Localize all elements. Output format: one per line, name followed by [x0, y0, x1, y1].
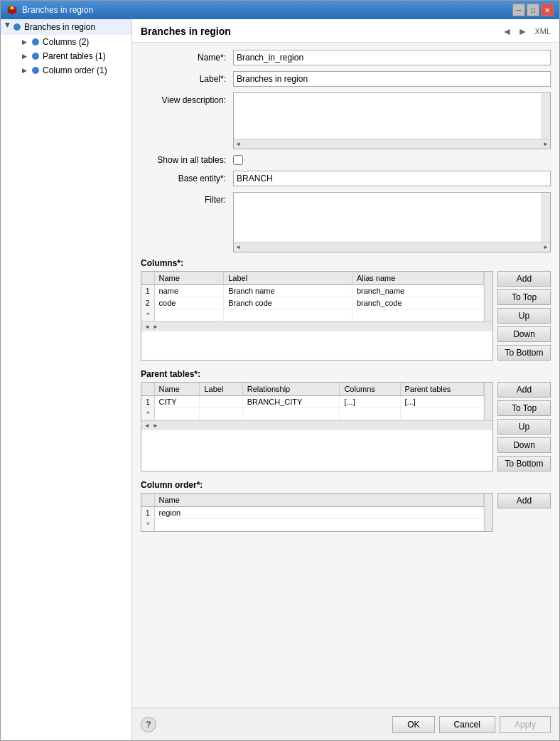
- parent-down-button[interactable]: Down: [497, 437, 551, 453]
- nav-back-button[interactable]: ◄: [500, 25, 513, 38]
- label-label: Label*:: [141, 74, 233, 84]
- cancel-button[interactable]: Cancel: [439, 716, 495, 733]
- pt-row1-rel: BRANCH_CITY: [242, 396, 340, 408]
- tree-parent-tables-arrow[interactable]: ▶: [22, 53, 31, 60]
- col-new-star: *: [141, 309, 154, 321]
- label-input[interactable]: [233, 71, 551, 87]
- name-label: Name*:: [141, 53, 233, 63]
- col-row1-num: 1: [141, 285, 154, 297]
- right-header: Branches in region ◄ ► XML: [132, 19, 559, 43]
- columns-to-bottom-button[interactable]: To Bottom: [497, 345, 551, 361]
- pt-new-parent: [400, 408, 483, 420]
- co-add-button[interactable]: Add: [497, 493, 551, 508]
- minimize-button[interactable]: ─: [512, 4, 525, 16]
- columns-data-table: Name Label Alias name 1: [141, 272, 484, 321]
- xml-button[interactable]: XML: [534, 27, 551, 36]
- column-order-outer: Name 1 region: [141, 494, 492, 531]
- name-input[interactable]: [233, 50, 551, 65]
- parent-hscroll[interactable]: ◄ ►: [141, 420, 492, 430]
- columns-section-label: Columns*:: [141, 258, 183, 268]
- col-row2-name: code: [154, 297, 224, 309]
- co-new-star: *: [141, 519, 154, 531]
- left-panel: ▶ Branches in region ▶ Columns (2) ▶ Par…: [1, 19, 132, 740]
- col-header-name: Name: [154, 272, 224, 285]
- columns-add-button[interactable]: Add: [497, 271, 551, 287]
- parent-vscroll[interactable]: [484, 383, 492, 420]
- filter-label: Filter:: [141, 192, 233, 205]
- co-row1-num: 1: [141, 507, 154, 519]
- column-order-data-table: Name 1 region: [141, 494, 484, 531]
- restore-button[interactable]: □: [527, 4, 539, 16]
- co-new-name: [154, 519, 483, 531]
- base-entity-input[interactable]: [233, 171, 551, 186]
- parent-up-button[interactable]: Up: [497, 419, 551, 435]
- columns-btn-group: Add To Top Up Down To Bottom: [497, 271, 551, 361]
- tree-column-order-label: Column order (1): [43, 65, 107, 75]
- tree-columns-label: Columns (2): [43, 37, 89, 47]
- table-row[interactable]: 1 region: [141, 507, 484, 519]
- pt-header-label: Label: [200, 383, 242, 396]
- pt-new-name: [154, 408, 200, 420]
- col-row1-name: name: [154, 285, 224, 297]
- columns-to-top-button[interactable]: To Top: [497, 289, 551, 305]
- columns-up-button[interactable]: Up: [497, 308, 551, 324]
- apply-button[interactable]: Apply: [500, 716, 551, 733]
- app-icon: [6, 4, 18, 16]
- bottom-spacer: [141, 540, 551, 555]
- right-panel-title: Branches in region: [141, 26, 231, 37]
- columns-table-scroll[interactable]: Name Label Alias name 1: [141, 272, 492, 321]
- title-bar: Branches in region ─ □ ✕: [1, 1, 559, 19]
- col-new-alias: [352, 309, 483, 321]
- parent-add-button[interactable]: Add: [497, 382, 551, 398]
- header-icons: ◄ ► XML: [500, 25, 551, 38]
- show-all-checkbox[interactable]: [233, 155, 243, 165]
- tree-columns-arrow[interactable]: ▶: [22, 38, 31, 46]
- col-row1-alias: branch_name: [352, 285, 483, 297]
- parent-to-bottom-button[interactable]: To Bottom: [497, 456, 551, 471]
- tree-root-dot: [14, 23, 21, 31]
- pt-row1-parent: [...]: [400, 396, 483, 408]
- column-order-section: Column order*: Name: [141, 480, 551, 532]
- col-header-alias: Alias name: [352, 272, 483, 285]
- ok-button[interactable]: OK: [392, 716, 434, 733]
- parent-tables-with-buttons: Name Label Relationship Columns Parent t…: [141, 382, 551, 471]
- view-desc-label: View description:: [141, 92, 233, 105]
- pt-new-star: *: [141, 408, 154, 420]
- tree-root-item[interactable]: ▶ Branches in region: [1, 19, 131, 35]
- pt-hscroll-right: ►: [153, 422, 158, 429]
- column-order-container: Name 1 region: [141, 493, 493, 532]
- parent-tables-container: Name Label Relationship Columns Parent t…: [141, 382, 493, 471]
- parent-to-top-button[interactable]: To Top: [497, 400, 551, 416]
- table-row-new[interactable]: *: [141, 408, 484, 420]
- parent-tables-scroll[interactable]: Name Label Relationship Columns Parent t…: [141, 383, 492, 420]
- table-row-new[interactable]: *: [141, 309, 484, 321]
- col-row1-label: Branch name: [224, 285, 352, 297]
- parent-btn-group: Add To Top Up Down To Bottom: [497, 382, 551, 471]
- columns-vscroll[interactable]: [484, 272, 492, 321]
- columns-hscroll[interactable]: ◄ ►: [141, 321, 492, 331]
- pt-row1-name: CITY: [154, 396, 200, 408]
- tree-column-order-item[interactable]: ▶ Column order (1): [1, 63, 131, 78]
- columns-down-button[interactable]: Down: [497, 326, 551, 342]
- co-vscroll[interactable]: [484, 494, 492, 531]
- tree-column-order-arrow[interactable]: ▶: [22, 67, 31, 74]
- filter-hscroll[interactable]: ◄ ►: [234, 242, 550, 252]
- nav-forward-button[interactable]: ►: [516, 25, 529, 38]
- table-row[interactable]: 1 CITY BRANCH_CITY [...] [...]: [141, 396, 484, 408]
- table-row-new[interactable]: *: [141, 519, 484, 531]
- filter-scroll-right: ►: [543, 244, 549, 250]
- tree-parent-tables-dot: [32, 53, 39, 60]
- tree-column-order-dot: [32, 67, 39, 74]
- close-button[interactable]: ✕: [541, 4, 554, 16]
- column-order-scroll[interactable]: Name 1 region: [141, 494, 492, 531]
- col-row2-num: 2: [141, 297, 154, 309]
- pt-new-cols: [340, 408, 400, 420]
- table-row[interactable]: 2 code Branch code branch_code: [141, 297, 484, 309]
- help-button[interactable]: ?: [141, 717, 156, 732]
- tree-expand-arrow[interactable]: ▶: [4, 23, 11, 31]
- tree-columns-item[interactable]: ▶ Columns (2): [1, 35, 131, 49]
- column-order-section-label: Column order*:: [141, 480, 203, 490]
- tree-parent-tables-item[interactable]: ▶ Parent tables (1): [1, 49, 131, 63]
- view-desc-hscroll[interactable]: ◄ ►: [234, 139, 550, 149]
- table-row[interactable]: 1 name Branch name branch_name: [141, 285, 484, 297]
